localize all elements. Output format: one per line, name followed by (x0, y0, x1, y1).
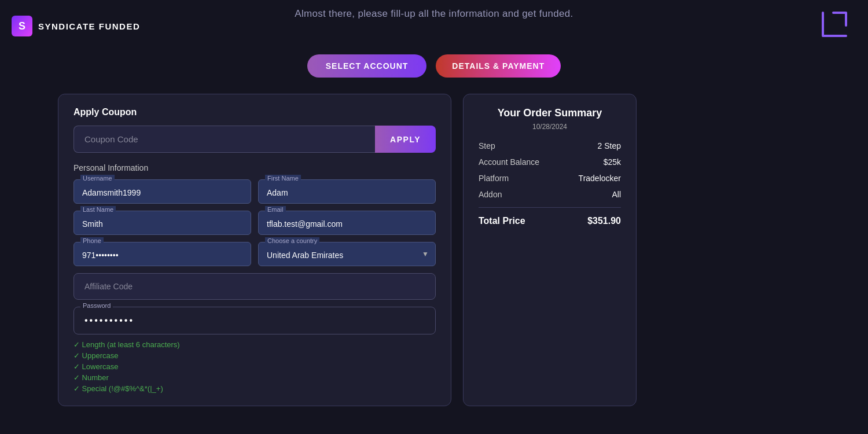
balance-label: Account Balance (479, 157, 539, 167)
logo-text: SYNDICATE FUNDED (38, 21, 140, 31)
header-subtitle: Almost there, please fill-up all the inf… (295, 8, 573, 20)
personal-info-title: Personal Information (73, 163, 436, 172)
form-grid: Username First Name Last Name Email Phon… (73, 179, 436, 266)
username-label: Username (80, 175, 115, 182)
validation-length: ✓ Length (at least 6 characters) (73, 340, 436, 349)
phone-label: Phone (80, 237, 104, 244)
validation-number: ✓ Number (73, 373, 436, 382)
lastname-field-wrap: Last Name (73, 211, 251, 235)
left-panel: Apply Coupon APPLY Personal Information … (58, 94, 451, 406)
firstname-input[interactable] (258, 179, 436, 204)
validation-lowercase: ✓ Lowercase (73, 362, 436, 371)
order-divider (479, 207, 621, 208)
affiliate-wrap (73, 273, 436, 300)
validation-special: ✓ Special (!@#$%^&*(|_+) (73, 384, 436, 393)
password-input[interactable] (73, 307, 436, 334)
email-field-wrap: Email (258, 211, 436, 235)
order-row-platform: Platform Tradelocker (479, 174, 621, 183)
addon-value: All (612, 190, 621, 199)
order-row-step: Step 2 Step (479, 141, 621, 150)
validation-list: ✓ Length (at least 6 characters) ✓ Upper… (73, 340, 436, 393)
firstname-field-wrap: First Name (258, 179, 436, 204)
username-field-wrap: Username (73, 179, 251, 204)
platform-label: Platform (479, 174, 509, 183)
step-value: 2 Step (598, 141, 621, 150)
email-input[interactable] (258, 211, 436, 235)
select-account-button[interactable]: SELECT ACCOUNT (307, 54, 427, 78)
order-total-row: Total Price $351.90 (479, 216, 621, 226)
phone-input[interactable] (73, 242, 251, 266)
corner-logo (817, 7, 852, 45)
password-wrap: Password (73, 307, 436, 334)
total-price-label: Total Price (479, 216, 525, 226)
balance-value: $25k (604, 157, 621, 167)
addon-label: Addon (479, 190, 502, 199)
logo-icon: S (12, 16, 32, 36)
order-date: 10/28/2024 (479, 123, 621, 131)
phone-field-wrap: Phone (73, 242, 251, 266)
step-label: Step (479, 141, 495, 150)
main-content: Apply Coupon APPLY Personal Information … (0, 83, 868, 406)
details-payment-button[interactable]: DETAILS & PAYMENT (436, 54, 561, 78)
firstname-label: First Name (265, 175, 301, 182)
nav-buttons: SELECT ACCOUNT DETAILS & PAYMENT (0, 54, 868, 78)
platform-value: Tradelocker (579, 174, 621, 183)
lastname-input[interactable] (73, 211, 251, 235)
apply-coupon-title: Apply Coupon (73, 107, 436, 117)
apply-button[interactable]: APPLY (375, 126, 436, 153)
username-input[interactable] (73, 179, 251, 204)
affiliate-input[interactable] (73, 273, 436, 300)
logo-area: S SYNDICATE FUNDED (12, 16, 140, 36)
lastname-label: Last Name (80, 206, 116, 213)
order-summary-panel: Your Order Summary 10/28/2024 Step 2 Ste… (463, 94, 637, 406)
coupon-input[interactable] (73, 126, 375, 153)
total-price-value: $351.90 (587, 216, 621, 226)
order-row-balance: Account Balance $25k (479, 157, 621, 167)
email-label: Email (265, 206, 286, 213)
coupon-row: APPLY (73, 126, 436, 153)
country-select[interactable]: United Arab Emirates (258, 242, 436, 266)
password-label: Password (80, 302, 113, 309)
order-summary-title: Your Order Summary (479, 107, 621, 119)
header: S SYNDICATE FUNDED Almost there, please … (0, 0, 868, 45)
validation-uppercase: ✓ Uppercase (73, 351, 436, 360)
country-label: Choose a country (265, 237, 319, 244)
country-field-wrap: Choose a country United Arab Emirates ▼ (258, 242, 436, 266)
order-row-addon: Addon All (479, 190, 621, 199)
